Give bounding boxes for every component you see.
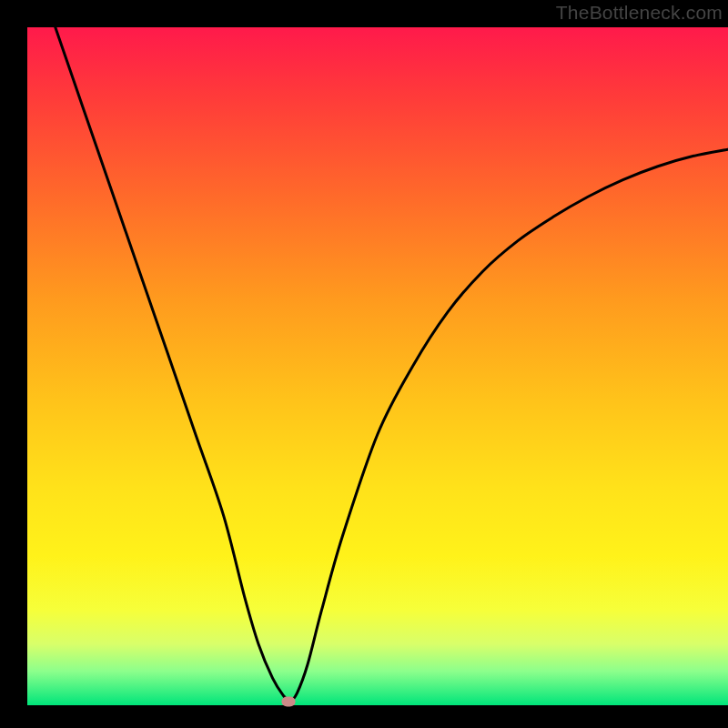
minimum-marker (282, 697, 296, 707)
watermark-text: TheBottleneck.com (556, 2, 723, 24)
chart-frame: TheBottleneck.com (0, 0, 728, 728)
plot-area (27, 27, 728, 705)
bottleneck-curve (27, 27, 728, 705)
